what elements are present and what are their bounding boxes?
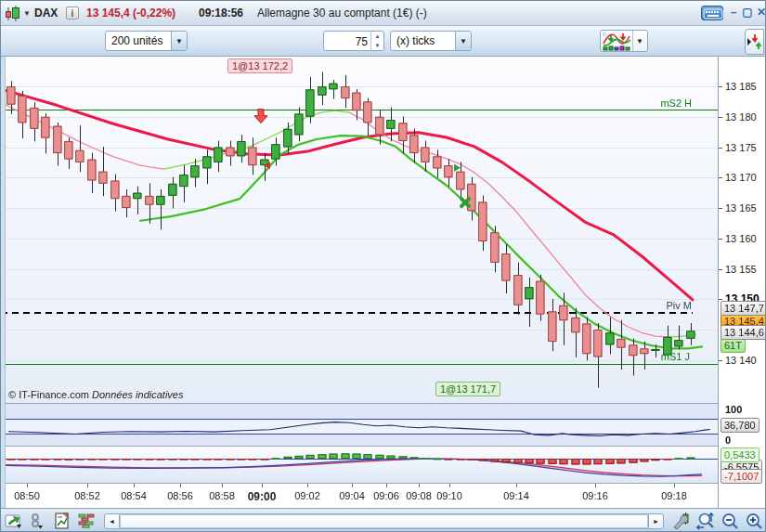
time-tick-label: 09:04 [339, 490, 365, 501]
price-tick-label: 13 170 [725, 172, 757, 183]
oscillator-min-label: 0 [725, 435, 731, 446]
time-tick-label: 08:50 [14, 490, 40, 501]
scrollbar-thumb[interactable] [120, 514, 648, 528]
bottom-toolbar: ◄ ► [1, 508, 766, 532]
zoom-out-icon[interactable] [720, 512, 740, 530]
maximize-button[interactable]: ▢ [741, 5, 754, 19]
time-tick-label: 08:58 [209, 490, 235, 501]
zoom-selection-icon[interactable] [695, 512, 716, 530]
price-tick-mark [719, 269, 722, 270]
bid-price-box: 13 144,6 [721, 325, 766, 340]
time-tick-label: 08:52 [74, 490, 100, 501]
chevron-down-icon[interactable]: ▼ [171, 32, 187, 50]
time-tick-mark [674, 484, 675, 487]
units-select[interactable]: 200 unités ▼ [105, 31, 188, 51]
price-tick-mark [719, 177, 722, 178]
scroll-left-icon[interactable]: ◄ [104, 513, 120, 529]
zoom-in-icon[interactable] [744, 512, 764, 530]
time-tick-mark [180, 484, 181, 487]
trading-platform-window: ▼ DAX i 13 145,4 (-0,22%) 09:18:56 Allem… [0, 0, 766, 532]
time-tick-mark [352, 484, 353, 487]
time-tick-label: 09:08 [406, 490, 432, 501]
time-tick-mark [516, 484, 517, 487]
chart-title-bar: ▼ DAX i 13 145,4 (-0,22%) 09:18:56 Allem… [1, 1, 766, 26]
toggle-side-panel-button[interactable] [745, 29, 764, 55]
instrument-dropdown-caret[interactable]: ▼ [23, 9, 31, 18]
link-tool-icon[interactable] [28, 512, 48, 530]
candlestick-chart-icon [6, 6, 20, 21]
time-tick-mark [87, 484, 88, 487]
time-tick-label: 08:56 [167, 490, 193, 501]
macd-hist-value-box: 0,5433 [721, 448, 760, 462]
instrument-name[interactable]: DAX [34, 6, 58, 19]
last-price-change: 13 145,4 (-0,22%) [86, 6, 175, 19]
level-label-ms2: mS2 H [660, 97, 692, 109]
time-tick-mark [386, 484, 387, 487]
time-tick-mark [27, 484, 28, 487]
add-indicator-button[interactable]: ▼ [600, 30, 648, 52]
copyright-text: © IT-Finance.com Données indicatives [8, 389, 183, 400]
price-chart-canvas[interactable] [1, 57, 718, 403]
main-chart-area[interactable]: 1@13 172,2 1@13 171,7 mS2 H Piv M mS1 J … [1, 57, 718, 403]
price-tick-label: 13 155 [725, 264, 757, 275]
order-label-buy[interactable]: 1@13 171,7 [435, 382, 500, 396]
share-chart-icon[interactable] [4, 512, 24, 530]
level-label-piv: Piv M [667, 300, 693, 311]
ticks-count-stepper[interactable]: 75 ▲▼ [323, 31, 384, 51]
price-axis[interactable]: 13 147,7 13 145,4 13 144,6 61T 100 36,78… [718, 57, 766, 508]
price-tick-mark [719, 148, 722, 149]
price-tick-label: 13 160 [725, 233, 757, 244]
level-label-ms1: mS1 J [661, 351, 690, 362]
spin-down-icon[interactable]: ▼ [371, 41, 383, 50]
ticks-count-value: 75 [324, 32, 370, 50]
left-frame-strip [1, 57, 6, 508]
chevron-down-icon[interactable]: ▼ [455, 32, 471, 50]
close-button[interactable]: ✕ [755, 5, 766, 19]
orders-panel-icon [747, 32, 762, 52]
price-tick-mark [719, 86, 722, 87]
price-tick-mark [719, 117, 722, 118]
ticks-unit-select[interactable]: (x) ticks ▼ [390, 31, 472, 51]
macd-signal-value-box: -7,1007 [721, 469, 762, 484]
oscillator-value-box: 36,780 [721, 418, 760, 433]
time-tick-label: 09:18 [661, 490, 687, 501]
time-tick-label: 09:16 [582, 490, 608, 501]
macd-panel-canvas[interactable] [1, 447, 718, 483]
time-tick-mark [449, 484, 450, 487]
price-tick-mark [719, 239, 722, 240]
scroll-right-icon[interactable]: ► [648, 513, 664, 529]
time-tick-mark [419, 484, 420, 487]
time-tick-label: 09:14 [503, 490, 529, 501]
units-select-value: 200 unités [106, 34, 171, 47]
time-tick-label: 09:00 [248, 490, 277, 503]
notes-icon[interactable] [52, 512, 72, 530]
chart-settings-icon[interactable] [671, 512, 692, 530]
price-tick-mark [719, 360, 722, 361]
time-tick-mark [134, 484, 135, 487]
time-tick-mark [222, 484, 223, 487]
price-tick-label: 13 165 [725, 202, 757, 214]
keyboard-icon[interactable] [701, 6, 723, 20]
order-label-sell[interactable]: 1@13 172,2 [227, 58, 292, 73]
price-tick-mark [719, 208, 722, 209]
spin-up-icon[interactable]: ▲ [371, 32, 383, 41]
time-tick-mark [595, 484, 596, 487]
chevron-down-icon[interactable]: ▼ [632, 31, 646, 51]
oscillator-max-label: 100 [725, 404, 742, 415]
price-tick-label: 13 175 [725, 142, 757, 153]
price-tick-label: 13 185 [725, 81, 757, 92]
time-tick-label: 09:02 [294, 490, 320, 501]
time-tick-label: 09:06 [373, 490, 399, 501]
price-tick-mark [719, 299, 722, 300]
volume-box: 61T [721, 338, 746, 353]
time-axis: 08:5008:5208:5408:5608:5809:0009:0209:04… [1, 483, 718, 508]
time-tick-mark [262, 484, 263, 487]
minimize-button[interactable]: – [727, 5, 740, 19]
info-icon[interactable]: i [66, 6, 79, 19]
time-tick-mark [307, 484, 308, 487]
horizontal-scrollbar[interactable]: ◄ ► [104, 513, 664, 529]
oscillator-panel-canvas[interactable] [1, 404, 718, 446]
quote-time: 09:18:56 [199, 6, 243, 19]
scrollbar-track[interactable] [120, 513, 648, 529]
market-depth-icon[interactable] [76, 512, 97, 530]
